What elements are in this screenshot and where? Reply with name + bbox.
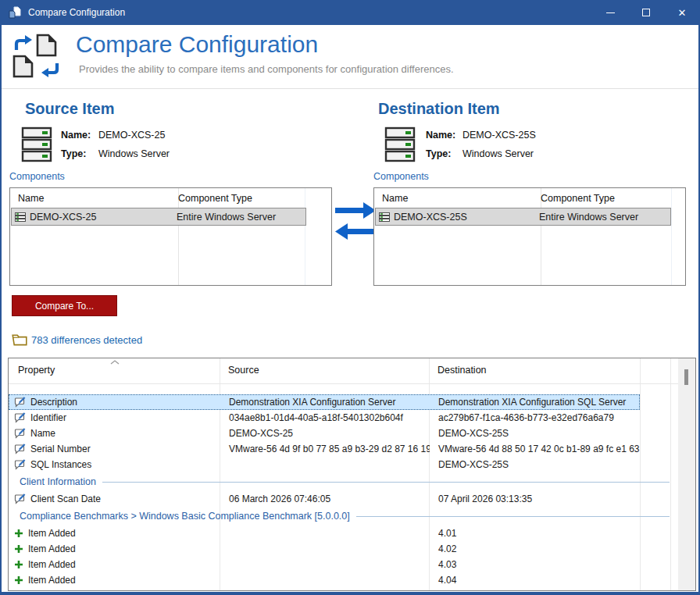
- difference-row[interactable]: Item Added4.04: [9, 572, 640, 588]
- destination-value-cell: 4.01: [430, 528, 641, 539]
- page-header: Compare Configuration Provides the abili…: [2, 25, 698, 89]
- property-label: Description: [30, 397, 77, 408]
- difference-row[interactable]: NameDEMO-XCS-25DEMO-XCS-25S: [9, 426, 640, 441]
- property-changed-icon: [14, 444, 26, 454]
- destination-value-cell: ac279b67-f1ca-4636-b773-e32ed76a6a79: [430, 412, 641, 423]
- item-added-icon: [14, 544, 23, 554]
- column-header-name[interactable]: Name: [374, 193, 541, 204]
- component-row[interactable]: DEMO-XCS-25SEntire Windows Server: [375, 208, 671, 226]
- property-cell: Client Scan Date: [9, 493, 220, 504]
- component-name-cell: DEMO-XCS-25S: [376, 212, 539, 223]
- compare-documents-icon: [11, 33, 62, 81]
- compare-configuration-window: Compare Configuration ✕ Compare Configur…: [0, 0, 700, 595]
- source-type-label: Type:: [61, 148, 86, 159]
- property-cell: Item Added: [9, 528, 220, 539]
- column-header-component-type[interactable]: Component Type: [178, 193, 252, 204]
- group-row: Client Information: [9, 472, 671, 491]
- destination-name-value: DEMO-XCS-25S: [462, 130, 536, 141]
- component-type-cell: Entire Windows Server: [177, 212, 276, 223]
- group-row: Compliance Benchmarks > Windows Basic Co…: [9, 507, 671, 526]
- page-subtitle: Provides the ability to compare items an…: [79, 63, 454, 75]
- column-header-component-type[interactable]: Component Type: [541, 193, 615, 204]
- property-changed-icon: [14, 459, 26, 470]
- difference-row[interactable]: DescriptionDemonstration XIA Configurati…: [9, 394, 640, 410]
- difference-row[interactable]: Item Added4.01: [9, 526, 640, 541]
- property-label: SQL Instances: [30, 459, 91, 470]
- difference-row[interactable]: Item Added4.02: [9, 541, 640, 557]
- source-components-label: Components: [9, 171, 65, 182]
- vertical-scrollbar[interactable]: [678, 358, 695, 590]
- source-components-table[interactable]: Name Component Type DEMO-XCS-25Entire Wi…: [9, 187, 332, 286]
- destination-value-cell: VMware-56 4d 88 50 17 42 0c b1-89 a9 fc …: [430, 444, 641, 454]
- property-label: Identifier: [30, 412, 66, 423]
- close-button[interactable]: ✕: [664, 0, 700, 25]
- item-added-icon: [14, 560, 23, 569]
- source-name-label: Name:: [61, 130, 91, 141]
- component-row[interactable]: DEMO-XCS-25Entire Windows Server: [11, 208, 306, 226]
- server-small-icon: [15, 212, 26, 222]
- item-added-icon: [14, 575, 23, 585]
- column-header-destination[interactable]: Destination: [438, 365, 487, 376]
- component-type-cell: Entire Windows Server: [539, 212, 638, 223]
- property-cell: SQL Instances: [9, 459, 220, 470]
- source-name-value: DEMO-XCS-25: [98, 130, 165, 141]
- item-added-icon: [14, 529, 23, 538]
- page-title: Compare Configuration: [76, 31, 318, 58]
- component-name-cell: DEMO-XCS-25: [12, 212, 177, 223]
- property-cell: Item Added: [9, 543, 220, 554]
- source-value-cell: VMware-56 4d 9f b0 77 85 a9 b3-29 d2 87 …: [220, 444, 430, 454]
- source-type-value: Windows Server: [98, 148, 170, 159]
- column-header-source[interactable]: Source: [228, 365, 259, 376]
- differences-table[interactable]: Property Source Destination DescriptionD…: [8, 358, 696, 591]
- property-changed-icon: [14, 493, 26, 504]
- property-cell: Identifier: [9, 412, 220, 423]
- difference-row[interactable]: SQL InstancesDEMO-XCS-25S: [9, 457, 640, 472]
- sort-ascending-icon: [110, 360, 120, 365]
- property-label: Item Added: [28, 543, 76, 554]
- close-icon: ✕: [678, 8, 687, 18]
- destination-type-value: Windows Server: [462, 148, 534, 159]
- destination-value-cell: 07 April 2026 03:13:35: [430, 493, 641, 504]
- destination-value-cell: 4.04: [430, 575, 641, 586]
- window-title: Compare Configuration: [28, 7, 125, 18]
- scrollbar-thumb[interactable]: [684, 369, 688, 385]
- source-value-cell: 034ae8b1-01d4-40a5-a18f-5401302b604f: [220, 412, 430, 423]
- destination-value-cell: 4.03: [430, 559, 641, 570]
- column-header-name[interactable]: Name: [10, 193, 178, 204]
- destination-name-label: Name:: [426, 130, 455, 141]
- property-label: Client Scan Date: [30, 493, 101, 504]
- property-cell: Description: [9, 397, 220, 408]
- property-label: Item Added: [28, 559, 76, 570]
- group-label: Compliance Benchmarks > Windows Basic Co…: [20, 511, 350, 522]
- property-label: Name: [30, 428, 55, 439]
- destination-item-heading: Destination Item: [378, 100, 500, 118]
- difference-row[interactable]: Serial NumberVMware-56 4d 9f b0 77 85 a9…: [9, 441, 640, 457]
- property-label: Item Added: [28, 528, 76, 539]
- differences-table-header: Property Source Destination: [9, 358, 695, 384]
- destination-value-cell: DEMO-XCS-25S: [430, 428, 641, 439]
- minimize-button[interactable]: [592, 0, 628, 25]
- compare-arrows-icon: [333, 195, 378, 247]
- source-value-cell: 06 March 2026 07:46:05: [220, 493, 430, 504]
- group-separator-line: [356, 516, 670, 517]
- group-label: Client Information: [20, 476, 96, 487]
- destination-type-label: Type:: [426, 148, 451, 159]
- property-changed-icon: [14, 428, 26, 439]
- compare-to-button[interactable]: Compare To...: [12, 295, 117, 316]
- app-icon: [9, 6, 21, 19]
- property-cell: Item Added: [9, 575, 220, 586]
- property-changed-icon: [14, 412, 26, 423]
- difference-row[interactable]: Client Scan Date06 March 2026 07:46:0507…: [9, 491, 640, 507]
- difference-row[interactable]: Item Added4.03: [9, 557, 640, 572]
- server-small-icon: [379, 212, 390, 222]
- destination-components-table[interactable]: Name Component Type DEMO-XCS-25SEntire W…: [373, 187, 686, 286]
- differences-detected-text: 783 differences detected: [31, 334, 142, 346]
- column-header-property[interactable]: Property: [18, 365, 55, 376]
- source-value-cell: DEMO-XCS-25: [220, 428, 430, 439]
- difference-row[interactable]: Identifier034ae8b1-01d4-40a5-a18f-540130…: [9, 410, 640, 426]
- server-icon: [384, 126, 416, 162]
- maximize-button[interactable]: [628, 0, 664, 25]
- destination-components-label: Components: [373, 171, 429, 182]
- source-value-cell: Demonstration XIA Configuration Server: [220, 397, 430, 408]
- folder-icon: [12, 333, 27, 346]
